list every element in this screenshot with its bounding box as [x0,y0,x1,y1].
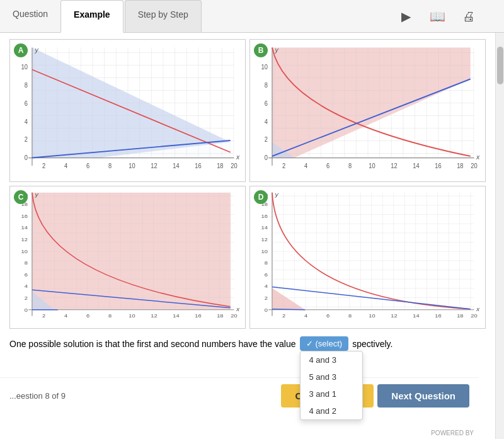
svg-text:12: 12 [391,162,397,169]
dropdown-container[interactable]: ✓ (select) 4 and 3 5 and 3 3 and 1 4 and… [300,336,349,351]
graph-c-svg: 0 2 4 6 8 10 12 14 16 18 20 2 4 6 8 10 [10,186,245,328]
svg-text:y: y [275,46,279,54]
svg-text:x: x [236,305,241,312]
solution-text-before: One possible solution is that the first … [9,339,296,349]
svg-text:6: 6 [265,272,268,278]
svg-text:6: 6 [25,100,28,107]
svg-text:12: 12 [151,313,158,319]
book-icon[interactable]: 📖 [427,6,447,26]
svg-text:10: 10 [369,162,375,169]
play-icon[interactable]: ▶ [396,6,416,26]
svg-text:10: 10 [261,248,268,254]
svg-text:4: 4 [25,283,28,289]
bottom-bar: ...eestion 8 of 9 Check Answer Next Ques… [0,377,479,414]
select-label: (select) [316,339,343,348]
progress-text: estion 8 of 9 [21,391,66,401]
graph-a: A [9,39,246,182]
svg-rect-82 [272,193,474,310]
svg-text:6: 6 [86,313,89,319]
svg-text:14: 14 [173,313,180,319]
graph-d-label: D [254,190,268,204]
scrollbar[interactable] [495,33,504,439]
svg-text:8: 8 [108,313,112,319]
svg-text:18: 18 [457,313,464,319]
svg-text:18: 18 [217,162,223,169]
svg-text:16: 16 [261,214,268,219]
svg-text:0: 0 [25,307,28,312]
solution-text-after: spectively. [352,339,392,349]
svg-text:16: 16 [195,313,202,319]
svg-text:8: 8 [25,82,28,89]
svg-text:0: 0 [265,154,268,161]
svg-text:6: 6 [326,162,329,169]
svg-text:16: 16 [435,313,442,319]
svg-text:4: 4 [304,162,308,169]
graph-b-svg: 0 2 4 6 8 10 2 4 6 8 10 12 14 16 18 20 x [250,40,485,181]
svg-text:16: 16 [21,214,28,219]
svg-text:12: 12 [391,313,398,319]
header-icons: ▶ 📖 🖨 [396,6,479,26]
svg-text:8: 8 [108,162,112,169]
graph-d-svg: 0 2 4 6 8 10 12 14 16 18 20 2 4 6 8 10 1 [250,186,485,328]
option-4and2[interactable]: 4 and 2 [301,402,362,419]
svg-text:10: 10 [129,313,135,319]
option-5and3[interactable]: 5 and 3 [301,368,362,385]
svg-text:x: x [476,153,480,161]
svg-text:0: 0 [265,307,268,312]
powered-by: POWERED BY [426,427,479,439]
svg-text:2: 2 [25,136,28,143]
question-progress: ...eestion 8 of 9 [9,391,66,401]
svg-text:14: 14 [173,162,180,169]
dropdown-menu[interactable]: 4 and 3 5 and 3 3 and 1 4 and 2 [300,351,363,420]
svg-text:2: 2 [42,162,45,169]
svg-text:10: 10 [261,64,268,71]
svg-text:4: 4 [304,313,307,319]
svg-text:8: 8 [265,260,268,266]
svg-text:14: 14 [413,162,420,169]
svg-text:12: 12 [21,237,28,242]
print-icon[interactable]: 🖨 [459,6,479,26]
svg-text:6: 6 [265,100,268,107]
svg-text:8: 8 [25,260,28,266]
option-3and1[interactable]: 3 and 1 [301,385,362,402]
svg-text:14: 14 [21,225,28,231]
svg-text:4: 4 [25,118,28,125]
svg-text:2: 2 [42,313,45,319]
next-question-button[interactable]: Next Question [377,384,469,408]
svg-text:2: 2 [265,136,268,143]
svg-text:8: 8 [265,82,268,89]
svg-text:x: x [236,153,240,161]
svg-text:4: 4 [265,118,268,125]
svg-text:4: 4 [64,162,68,169]
svg-text:12: 12 [261,237,268,242]
tab-step-by-step[interactable]: Step by Step [125,0,202,32]
option-4and3[interactable]: 4 and 3 [301,351,362,368]
svg-text:6: 6 [86,162,89,169]
svg-line-106 [272,309,305,310]
svg-text:x: x [476,305,481,312]
svg-text:14: 14 [261,225,268,231]
svg-text:2: 2 [282,313,285,319]
svg-text:16: 16 [435,162,441,169]
header-tabs: Question Example Step by Step ▶ 📖 🖨 [0,0,504,33]
scrollbar-thumb[interactable] [497,47,503,84]
svg-text:14: 14 [413,313,420,319]
tab-question[interactable]: Question [0,0,60,32]
graph-d: D 0 2 4 6 8 [249,186,486,329]
svg-text:12: 12 [151,162,157,169]
graphs-grid: A [9,39,486,329]
checkmark-icon: ✓ [306,339,313,348]
svg-text:10: 10 [369,313,375,319]
tab-example[interactable]: Example [60,0,123,33]
svg-text:8: 8 [348,162,352,169]
svg-text:10: 10 [21,248,28,254]
svg-text:20: 20 [471,162,477,169]
graph-a-svg: 0 2 4 6 8 10 2 4 6 8 10 12 14 16 18 20 [10,40,245,181]
svg-rect-29 [272,48,474,158]
svg-text:4: 4 [64,313,67,319]
select-button[interactable]: ✓ (select) [300,336,349,351]
svg-rect-53 [32,193,234,310]
graph-c: C 0 2 [9,186,246,329]
svg-text:6: 6 [25,272,28,278]
svg-text:18: 18 [457,162,463,169]
